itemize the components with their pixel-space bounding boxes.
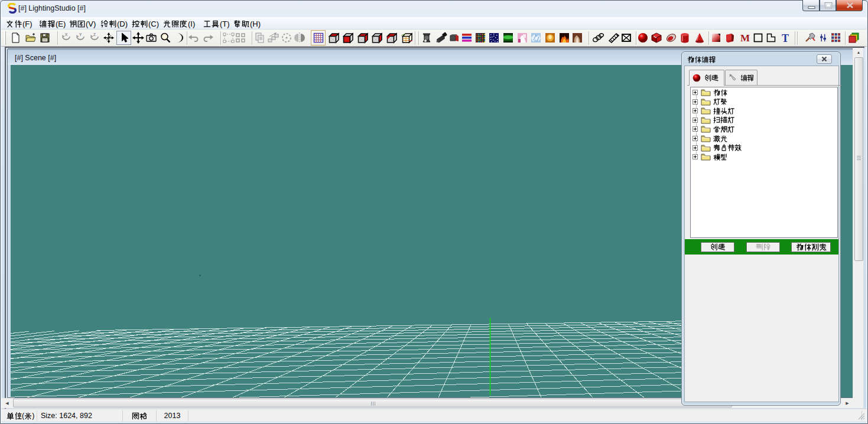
svg-text:T: T bbox=[782, 32, 789, 44]
svg-text:Z: Z bbox=[93, 32, 96, 37]
svg-text:M: M bbox=[740, 32, 750, 44]
svg-text:X: X bbox=[65, 32, 68, 37]
svg-text:Y: Y bbox=[79, 32, 82, 37]
